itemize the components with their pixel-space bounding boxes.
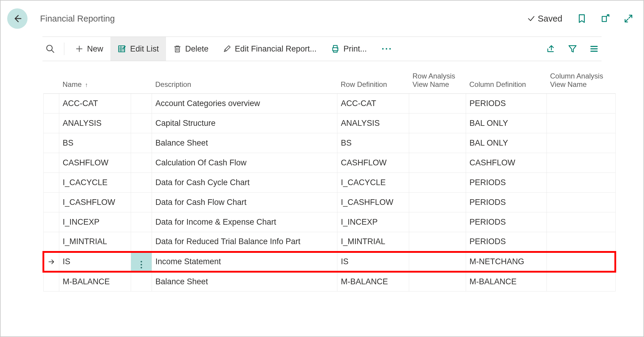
cell-column-analysis-view-name[interactable]	[546, 153, 615, 173]
cell-name[interactable]: ACC-CAT	[59, 94, 131, 114]
table-row[interactable]: I_MINTRIALData for Reduced Trial Balance…	[43, 232, 615, 252]
new-button[interactable]: New	[68, 37, 110, 61]
cell-row-definition[interactable]: I_CASHFLOW	[337, 193, 409, 212]
delete-button[interactable]: Delete	[166, 37, 216, 61]
table-row[interactable]: CASHFLOWCalculation Of Cash FlowCASHFLOW…	[43, 153, 615, 173]
cell-description[interactable]: Balance Sheet	[152, 133, 337, 153]
list-view-button[interactable]	[588, 43, 600, 55]
cell-row-analysis-view-name[interactable]	[409, 94, 466, 114]
cell-row-definition[interactable]: CASHFLOW	[337, 153, 409, 173]
cell-description[interactable]: Balance Sheet	[152, 272, 337, 291]
cell-row-definition[interactable]: ACC-CAT	[337, 94, 409, 114]
table-row[interactable]: M-BALANCEBalance SheetM-BALANCEM-BALANCE	[43, 272, 615, 291]
row-menu[interactable]	[131, 133, 152, 153]
cell-description[interactable]: Calculation Of Cash Flow	[152, 153, 337, 173]
cell-row-analysis-view-name[interactable]	[409, 232, 466, 252]
back-button[interactable]	[7, 8, 28, 29]
row-menu[interactable]	[131, 212, 152, 232]
cell-description[interactable]: Data for Income & Expense Chart	[152, 212, 337, 232]
cell-name[interactable]: BS	[59, 133, 131, 153]
row-selector[interactable]	[43, 232, 59, 252]
cell-column-analysis-view-name[interactable]	[546, 193, 615, 212]
cell-description[interactable]: Data for Cash Cycle Chart	[152, 173, 337, 193]
bookmark-button[interactable]	[576, 13, 588, 25]
cell-column-analysis-view-name[interactable]	[546, 232, 615, 252]
table-row[interactable]: BSBalance SheetBSBAL ONLY	[43, 133, 615, 153]
cell-row-analysis-view-name[interactable]	[409, 193, 466, 212]
popout-button[interactable]	[599, 13, 611, 25]
cell-column-analysis-view-name[interactable]	[546, 94, 615, 114]
cell-row-analysis-view-name[interactable]	[409, 272, 466, 291]
cell-name[interactable]: I_MINTRIAL	[59, 232, 131, 252]
table-row[interactable]: ISIncome StatementISM-NETCHANG	[43, 252, 615, 272]
row-selector[interactable]	[43, 212, 59, 232]
cell-description[interactable]: Data for Reduced Trial Balance Info Part	[152, 232, 337, 252]
cell-row-definition[interactable]: M-BALANCE	[337, 272, 409, 291]
cell-row-analysis-view-name[interactable]	[409, 133, 466, 153]
col-header-row-definition[interactable]: Row Definition	[337, 69, 409, 94]
row-menu[interactable]	[131, 173, 152, 193]
col-header-name[interactable]: Name ↑	[59, 69, 131, 94]
cell-column-definition[interactable]: PERIODS	[466, 173, 546, 193]
cell-column-definition[interactable]: PERIODS	[466, 94, 546, 114]
cell-column-definition[interactable]: M-BALANCE	[466, 272, 546, 291]
cell-row-definition[interactable]: I_INCEXP	[337, 212, 409, 232]
cell-name[interactable]: M-BALANCE	[59, 272, 131, 291]
cell-description[interactable]: Data for Cash Flow Chart	[152, 193, 337, 212]
col-header-column-definition[interactable]: Column Definition	[466, 69, 546, 94]
table-row[interactable]: ANALYSISCapital StructureANALYSISBAL ONL…	[43, 114, 615, 133]
cell-row-definition[interactable]: I_CACYCLE	[337, 173, 409, 193]
cell-row-analysis-view-name[interactable]	[409, 114, 466, 133]
more-actions-button[interactable]	[374, 37, 399, 61]
row-menu[interactable]	[131, 272, 152, 291]
row-selector[interactable]	[43, 94, 59, 114]
row-selector[interactable]	[43, 153, 59, 173]
row-menu[interactable]	[131, 232, 152, 252]
cell-column-analysis-view-name[interactable]	[546, 252, 615, 272]
col-header-column-analysis-view-name[interactable]: Column Analysis View Name	[546, 69, 615, 94]
edit-report-button[interactable]: Edit Financial Report...	[216, 37, 324, 61]
table-row[interactable]: I_CASHFLOWData for Cash Flow ChartI_CASH…	[43, 193, 615, 212]
cell-name[interactable]: I_INCEXP	[59, 212, 131, 232]
cell-row-analysis-view-name[interactable]	[409, 212, 466, 232]
cell-column-definition[interactable]: PERIODS	[466, 212, 546, 232]
cell-column-definition[interactable]: M-NETCHANG	[466, 252, 546, 272]
cell-column-definition[interactable]: BAL ONLY	[466, 114, 546, 133]
row-selector[interactable]	[43, 133, 59, 153]
row-menu[interactable]	[131, 114, 152, 133]
cell-row-analysis-view-name[interactable]	[409, 252, 466, 272]
row-selector[interactable]	[43, 114, 59, 133]
cell-row-definition[interactable]: IS	[337, 252, 409, 272]
cell-name[interactable]: CASHFLOW	[59, 153, 131, 173]
row-selector[interactable]	[43, 193, 59, 212]
cell-description[interactable]: Capital Structure	[152, 114, 337, 133]
cell-column-definition[interactable]: CASHFLOW	[466, 153, 546, 173]
cell-column-analysis-view-name[interactable]	[546, 173, 615, 193]
row-selector[interactable]	[43, 173, 59, 193]
cell-column-definition[interactable]: PERIODS	[466, 232, 546, 252]
expand-button[interactable]	[622, 13, 634, 25]
cell-column-analysis-view-name[interactable]	[546, 114, 615, 133]
cell-row-definition[interactable]: I_MINTRIAL	[337, 232, 409, 252]
cell-description[interactable]: Income Statement	[152, 252, 337, 272]
cell-column-analysis-view-name[interactable]	[546, 133, 615, 153]
table-row[interactable]: ACC-CATAccount Categories overviewACC-CA…	[43, 94, 615, 114]
row-menu[interactable]	[131, 94, 152, 114]
col-header-description[interactable]: Description	[152, 69, 337, 94]
search-button[interactable]	[42, 37, 60, 61]
cell-name[interactable]: IS	[59, 252, 131, 272]
cell-name[interactable]: ANALYSIS	[59, 114, 131, 133]
cell-column-definition[interactable]: BAL ONLY	[466, 133, 546, 153]
cell-row-analysis-view-name[interactable]	[409, 173, 466, 193]
table-row[interactable]: I_CACYCLEData for Cash Cycle ChartI_CACY…	[43, 173, 615, 193]
cell-description[interactable]: Account Categories overview	[152, 94, 337, 114]
cell-row-definition[interactable]: BS	[337, 133, 409, 153]
edit-list-button[interactable]: Edit List	[110, 37, 166, 61]
cell-row-definition[interactable]: ANALYSIS	[337, 114, 409, 133]
cell-row-analysis-view-name[interactable]	[409, 153, 466, 173]
row-menu[interactable]	[131, 193, 152, 212]
cell-column-analysis-view-name[interactable]	[546, 212, 615, 232]
print-button[interactable]: Print...	[324, 37, 374, 61]
table-row[interactable]: I_INCEXPData for Income & Expense ChartI…	[43, 212, 615, 232]
filter-button[interactable]	[567, 43, 578, 55]
